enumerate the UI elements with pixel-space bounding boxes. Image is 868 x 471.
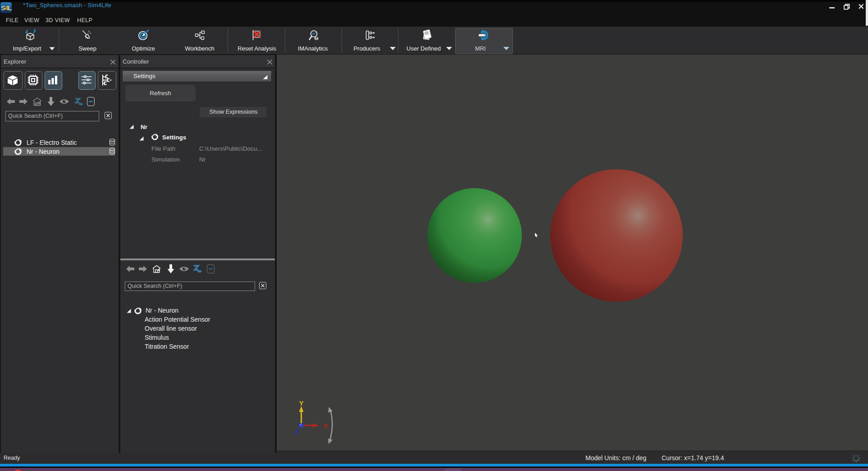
svg-text:Y: Y: [299, 399, 303, 407]
svg-text:X: X: [323, 422, 328, 429]
svg-text:Z: Z: [295, 428, 299, 435]
